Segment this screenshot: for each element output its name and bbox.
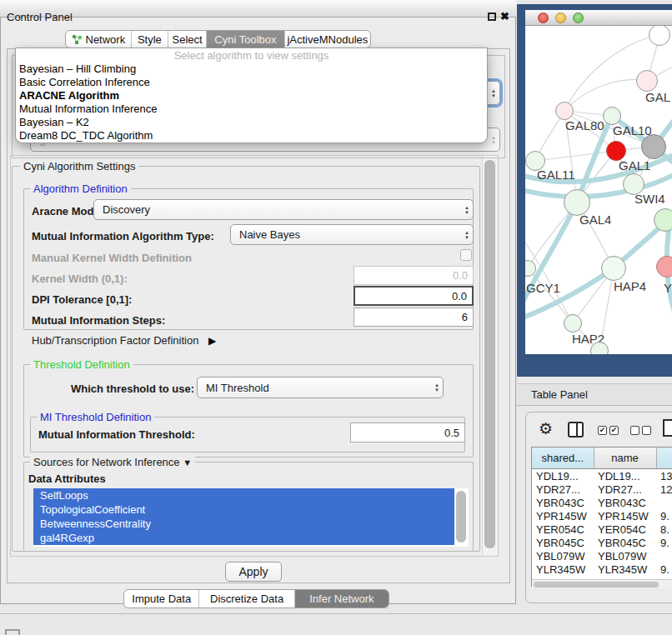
table-cell[interactable]: YLR345W [594, 562, 656, 576]
attributes-scrollbar-thumb[interactable] [456, 491, 466, 542]
node-y[interactable] [656, 256, 672, 278]
node-table[interactable]: shared... name YDL19...YDL19...13YDR27..… [531, 447, 672, 587]
table-row[interactable]: YLR345WYLR345W9. [532, 562, 672, 576]
columns-icon[interactable] [568, 422, 584, 438]
mi-algorithm-type-combobox[interactable]: Naive Bayes ▲▼ [230, 224, 474, 245]
table-cell[interactable]: YDL19... [594, 469, 656, 483]
network-canvas[interactable]: GALGAL80GAL10GAL1GAL11SWI4GAL4GCY1HAP4YH… [525, 26, 672, 354]
which-threshold-combobox[interactable]: MI Threshold ▲▼ [197, 377, 444, 398]
algorithm-dropdown-item[interactable]: Basic Correlation Inference [16, 76, 487, 89]
node-unlabeled[interactable] [641, 134, 666, 159]
close-icon[interactable]: ✖ [500, 10, 509, 22]
hub-definition-toggle[interactable]: Hub/Transcription Factor Definition ▶ [32, 334, 216, 347]
table-cell[interactable]: 8. [656, 522, 672, 536]
checked-columns-icon[interactable]: ✔✔ [598, 426, 619, 435]
table-cell[interactable]: YBR043C [532, 496, 594, 509]
tab-network[interactable]: Network [66, 31, 131, 48]
gear-icon[interactable]: ⚙ [539, 419, 553, 438]
table-cell[interactable] [656, 496, 672, 509]
table-cell[interactable]: 9. [656, 536, 672, 549]
table-cell[interactable]: YBR043C [594, 496, 656, 509]
algorithm-dropdown-item[interactable]: Mutual Information Inference [16, 102, 487, 116]
table-cell[interactable]: YER054C [532, 522, 594, 536]
table-cell[interactable]: YBL079W [532, 549, 594, 562]
table-cell[interactable]: YBR045C [532, 536, 594, 549]
manual-kernel-checkbox[interactable] [460, 249, 472, 261]
table-cell[interactable]: 12 [656, 482, 672, 496]
dpi-tolerance-input[interactable]: 0.0 [354, 286, 474, 306]
table-row[interactable]: YBR045CYBR045C9. [532, 536, 672, 549]
table-hscrollbar-thumb[interactable] [534, 582, 659, 588]
column-header-name[interactable]: name [594, 448, 656, 469]
chevron-up-down-icon: ▲▼ [464, 230, 469, 240]
tab-impute-data[interactable]: Impute Data [124, 590, 198, 608]
sources-group-title[interactable]: Sources for Network Inference ▼ [30, 456, 195, 468]
algorithm-dropdown-item[interactable]: Bayesian – K2 [16, 116, 487, 129]
data-attribute-item[interactable]: TopologicalCoefficient [33, 502, 454, 517]
table-cell[interactable]: YDR27... [594, 482, 656, 496]
table-cell[interactable]: YER054C [594, 522, 656, 536]
column-header-shared-name[interactable]: shared... [532, 448, 594, 469]
table-cell[interactable]: YBR045C [594, 536, 656, 549]
column-header-clipped[interactable] [656, 448, 672, 469]
node-hap2[interactable] [564, 314, 582, 332]
table-hscrollbar-track[interactable] [532, 579, 672, 588]
aracne-mode-combobox[interactable]: Discovery ▲▼ [93, 199, 474, 220]
attributes-scrollbar-track[interactable] [454, 488, 469, 547]
table-cell[interactable]: YLR345W [532, 562, 594, 576]
export-table-icon[interactable] [663, 419, 672, 437]
mi-steps-input[interactable]: 6 [354, 308, 474, 327]
unchecked-columns-icon[interactable] [630, 426, 651, 435]
data-attributes-label: Data Attributes [28, 472, 106, 485]
tab-discretize-data[interactable]: Discretize Data [198, 590, 293, 608]
tab-select[interactable]: Select [168, 31, 206, 48]
mi-threshold-group-title: MI Threshold Definition [37, 411, 154, 423]
data-attribute-item[interactable]: BetweennessCentrality [33, 517, 454, 531]
apply-button[interactable]: Apply [225, 562, 282, 582]
restore-icon[interactable] [488, 12, 496, 21]
traffic-light-zoom-icon[interactable] [573, 12, 584, 23]
traffic-light-close-icon[interactable] [538, 12, 549, 23]
kernel-width-value: 0.0 [453, 269, 468, 282]
node-unlabeled[interactable] [654, 208, 672, 232]
node-label: GAL4 [579, 212, 611, 227]
node-gal80[interactable] [555, 102, 574, 120]
algorithm-dropdown-item[interactable]: ARACNE Algorithm [16, 89, 487, 102]
tab-jactivemnodules[interactable]: jActiveMNodules [284, 31, 370, 48]
table-cell[interactable]: 9. [656, 509, 672, 522]
table-row[interactable]: YPR145WYPR145W9. [532, 509, 672, 522]
data-attribute-item[interactable]: SelfLoops [33, 488, 454, 502]
node-hap4[interactable] [601, 256, 626, 281]
table-cell[interactable]: YPR145W [532, 509, 594, 522]
node-gal[interactable] [636, 70, 658, 92]
settings-scrollbar-thumb[interactable] [484, 160, 495, 548]
node-gal10[interactable] [603, 107, 621, 125]
table-cell[interactable] [656, 549, 672, 562]
table-row[interactable]: YER054CYER054C8. [532, 522, 672, 536]
control-panel-titlebar[interactable] [0, 0, 516, 18]
tab-infer-network[interactable]: Infer Network [294, 590, 389, 608]
table-row[interactable]: YBR043CYBR043C [532, 496, 672, 509]
table-row[interactable]: YDR27...YDR27...12 [532, 482, 672, 496]
mi-threshold-input[interactable]: 0.5 [350, 422, 465, 442]
data-attributes-list: SelfLoopsTopologicalCoefficientBetweenne… [33, 488, 469, 547]
table-cell[interactable]: YPR145W [594, 509, 656, 522]
chevron-up-down-icon: ▲▼ [434, 382, 439, 392]
settings-scrollbar-track[interactable] [482, 156, 498, 556]
table-cell[interactable]: 13 [656, 469, 672, 483]
table-cell[interactable]: YDL19... [532, 469, 594, 483]
table-cell[interactable]: YBL079W [594, 549, 656, 562]
tab-cyni-toolbox[interactable]: Cyni Toolbox [206, 31, 283, 48]
table-cell[interactable]: 9. [656, 562, 672, 576]
table-row[interactable]: YBL079WYBL079W [532, 549, 672, 562]
algorithm-dropdown-item[interactable]: Bayesian – Hill Climbing [16, 62, 487, 76]
tab-style[interactable]: Style [131, 31, 168, 48]
kernel-width-input[interactable]: 0.0 [354, 266, 474, 285]
table-cell[interactable]: YDR27... [532, 482, 594, 496]
traffic-light-minimize-icon[interactable] [555, 12, 566, 23]
data-attribute-item[interactable]: gal4RGexp [33, 531, 454, 545]
table-row[interactable]: YDL19...YDL19...13 [532, 469, 672, 483]
minimized-panel-icon[interactable] [5, 629, 20, 635]
algorithm-dropdown-item[interactable]: Dream8 DC_TDC Algorithm [16, 129, 487, 142]
node-unlabeled[interactable] [590, 342, 609, 354]
